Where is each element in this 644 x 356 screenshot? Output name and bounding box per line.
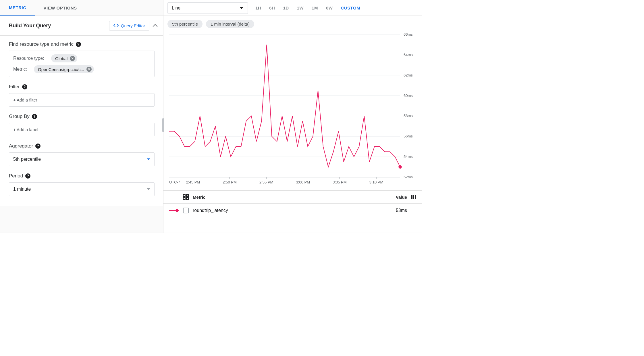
period-select[interactable]: 1 minute xyxy=(9,182,155,196)
chevron-down-icon xyxy=(240,7,244,9)
svg-text:58ms: 58ms xyxy=(404,114,413,118)
svg-text:UTC-7: UTC-7 xyxy=(169,180,180,184)
legend-col-metric: Metric xyxy=(193,195,205,200)
chart-area: 66ms64ms62ms60ms58ms56ms54ms52msUTC-72:4… xyxy=(163,29,422,190)
legend-checkbox[interactable] xyxy=(183,208,189,213)
help-icon[interactable]: ? xyxy=(35,143,41,149)
svg-rect-35 xyxy=(411,195,412,199)
latency-chart: 66ms64ms62ms60ms58ms56ms54ms52msUTC-72:4… xyxy=(167,29,417,190)
svg-rect-36 xyxy=(413,195,414,199)
help-icon[interactable]: ? xyxy=(32,114,37,119)
resource-type-key: Resource type: xyxy=(13,56,48,61)
range-1m[interactable]: 1M xyxy=(312,5,318,10)
groupby-label: Group By ? xyxy=(9,114,155,119)
filter-label-text: Filter xyxy=(9,84,20,90)
groupby-input[interactable]: + Add a label xyxy=(9,123,155,136)
filter-label: Filter ? xyxy=(9,84,155,90)
query-title: Build Your Query xyxy=(9,23,51,29)
svg-text:54ms: 54ms xyxy=(404,154,413,159)
help-icon[interactable]: ? xyxy=(76,42,81,47)
legend-series-value: 53ms xyxy=(396,208,407,213)
query-editor-button[interactable]: Query Editor xyxy=(109,21,149,31)
aggregator-label: Aggregator ? xyxy=(9,143,155,149)
left-panel: METRIC VIEW OPTIONS Build Your Query Que… xyxy=(0,0,163,233)
svg-text:64ms: 64ms xyxy=(404,53,413,57)
svg-text:60ms: 60ms xyxy=(404,93,413,98)
period-value: 1 minute xyxy=(13,187,31,192)
remove-resource-type-icon[interactable]: ✕ xyxy=(70,56,75,61)
help-icon[interactable]: ? xyxy=(22,84,27,89)
legend-col-value: Value xyxy=(396,195,407,200)
filter-input[interactable]: + Add a filter xyxy=(9,93,155,107)
groupby-block: Group By ? + Add a label xyxy=(9,114,155,136)
svg-text:3:05 PM: 3:05 PM xyxy=(333,180,346,184)
app-root: METRIC VIEW OPTIONS Build Your Query Que… xyxy=(0,0,422,233)
aggregator-label-text: Aggregator xyxy=(9,143,33,149)
badge-percentile: 5th percentile xyxy=(167,20,203,28)
svg-rect-34 xyxy=(186,198,188,200)
chart-badge-row: 5th percentile 1 min interval (delta) xyxy=(163,16,422,29)
groupby-label-text: Group By xyxy=(9,114,30,119)
chevron-down-icon xyxy=(147,158,150,160)
find-label-text: Find resource type and metric xyxy=(9,41,74,47)
aggregator-value: 5th percentile xyxy=(13,157,41,162)
svg-text:66ms: 66ms xyxy=(404,32,413,37)
range-6h[interactable]: 6H xyxy=(269,5,275,10)
series-marker-icon xyxy=(169,209,179,212)
chart-type-value: Line xyxy=(172,5,180,11)
svg-text:3:10 PM: 3:10 PM xyxy=(369,180,383,184)
collapse-chevron-icon[interactable] xyxy=(153,24,158,29)
period-label-text: Period xyxy=(9,173,23,179)
aggregator-block: Aggregator ? 5th percentile xyxy=(9,143,155,166)
resource-type-row: Resource type: Global ✕ xyxy=(13,54,150,62)
range-1h[interactable]: 1H xyxy=(255,5,261,10)
range-6w[interactable]: 6W xyxy=(326,5,333,10)
query-header: Build Your Query Query Editor xyxy=(0,16,163,36)
left-tab-strip: METRIC VIEW OPTIONS xyxy=(0,0,163,16)
svg-rect-39 xyxy=(175,209,179,212)
metric-key: Metric: xyxy=(13,67,30,72)
range-custom[interactable]: CUSTOM xyxy=(341,5,360,10)
columns-icon[interactable] xyxy=(411,194,416,200)
svg-text:56ms: 56ms xyxy=(404,134,413,138)
grid-icon[interactable] xyxy=(183,194,189,200)
filter-block: Filter ? + Add a filter xyxy=(9,84,155,107)
svg-rect-37 xyxy=(415,195,416,199)
svg-rect-33 xyxy=(183,198,185,200)
svg-text:52ms: 52ms xyxy=(404,175,413,179)
period-label: Period ? xyxy=(9,173,155,179)
help-icon[interactable]: ? xyxy=(25,173,30,179)
badge-interval: 1 min interval (delta) xyxy=(206,20,254,28)
time-range-tabs: 1H 6H 1D 1W 1M 6W CUSTOM xyxy=(255,5,416,10)
find-box[interactable]: Resource type: Global ✕ Metric: OpenCens… xyxy=(9,51,155,77)
form-area: Find resource type and metric ? Resource… xyxy=(0,36,163,206)
svg-text:2:45 PM: 2:45 PM xyxy=(186,180,200,184)
svg-rect-31 xyxy=(183,194,185,196)
aggregator-select[interactable]: 5th percentile xyxy=(9,152,155,166)
svg-rect-30 xyxy=(398,165,402,169)
range-1d[interactable]: 1D xyxy=(283,5,289,10)
metric-chip[interactable]: OpenCensus/grpc.io/c... ✕ xyxy=(34,65,94,73)
query-panel: Build Your Query Query Editor Find resou… xyxy=(0,16,163,206)
metric-row: Metric: OpenCensus/grpc.io/c... ✕ xyxy=(13,65,150,73)
find-label: Find resource type and metric ? xyxy=(9,41,155,47)
metric-chip-label: OpenCensus/grpc.io/c... xyxy=(38,67,84,72)
code-icon xyxy=(113,23,119,28)
chart-top-bar: Line 1H 6H 1D 1W 1M 6W CUSTOM xyxy=(163,0,422,16)
tab-metric[interactable]: METRIC xyxy=(0,0,35,16)
range-1w[interactable]: 1W xyxy=(297,5,304,10)
svg-text:3:00 PM: 3:00 PM xyxy=(296,180,310,184)
tab-view-options[interactable]: VIEW OPTIONS xyxy=(35,0,86,16)
svg-text:62ms: 62ms xyxy=(404,73,413,77)
chevron-down-icon xyxy=(147,188,150,190)
find-block: Find resource type and metric ? Resource… xyxy=(9,41,155,77)
legend-row[interactable]: roundtrip_latency 53ms xyxy=(163,203,422,217)
svg-text:2:50 PM: 2:50 PM xyxy=(223,180,236,184)
chart-type-select[interactable]: Line xyxy=(167,2,248,14)
resource-type-chip[interactable]: Global ✕ xyxy=(51,54,77,62)
resource-type-chip-label: Global xyxy=(55,56,68,61)
period-block: Period ? 1 minute xyxy=(9,173,155,196)
legend-header: Metric Value xyxy=(163,190,422,203)
legend-series-name: roundtrip_latency xyxy=(193,208,228,213)
remove-metric-icon[interactable]: ✕ xyxy=(86,67,92,72)
